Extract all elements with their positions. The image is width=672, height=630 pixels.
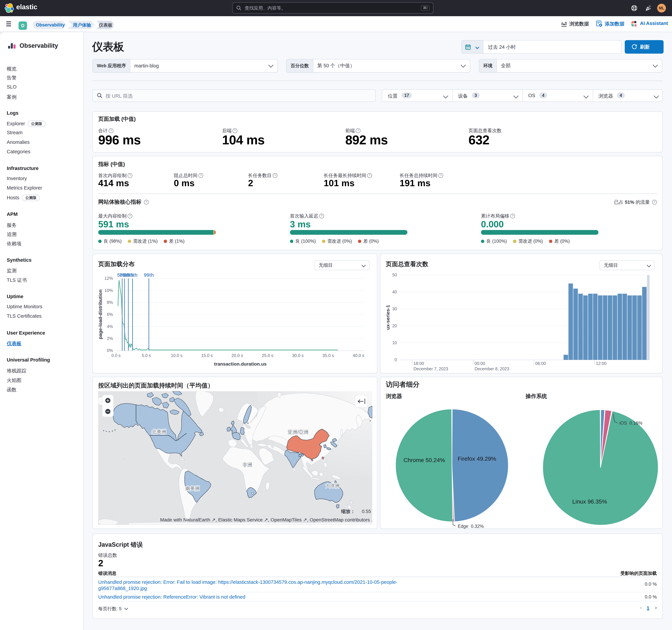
svg-text:大洋洲: 大洋洲 <box>326 483 339 488</box>
svg-text:亚洲/亞洲: 亚洲/亞洲 <box>288 429 309 435</box>
svg-text:Linux 96.35%: Linux 96.35% <box>572 498 607 505</box>
svg-text:18:00: 18:00 <box>413 361 424 366</box>
svg-text:非洲: 非洲 <box>242 462 252 468</box>
svg-text:30.0 s: 30.0 s <box>292 353 304 358</box>
svg-text:20.0 s: 20.0 s <box>232 353 243 358</box>
svg-text:December 8, 2023: December 8, 2023 <box>475 367 509 371</box>
svg-text:6%: 6% <box>107 312 113 317</box>
svg-text:Edge 0.32%: Edge 0.32% <box>458 524 484 529</box>
svg-text:0: 0 <box>394 357 397 362</box>
svg-text:00:00: 00:00 <box>475 361 485 366</box>
svg-text:4%: 4% <box>107 324 113 329</box>
svg-text:95th: 95th <box>127 273 138 278</box>
svg-text:0%: 0% <box>107 348 113 353</box>
svg-text:缩放：: 缩放： <box>341 509 355 514</box>
svg-text:5.0 s: 5.0 s <box>142 353 151 358</box>
svg-text:December 7, 2023: December 7, 2023 <box>413 367 448 371</box>
svg-text:30: 30 <box>392 306 397 311</box>
svg-text:用户体验: 用户体验 <box>73 23 91 28</box>
svg-text:仪表板: 仪表板 <box>99 23 113 28</box>
svg-text:40: 40 <box>392 289 397 294</box>
svg-text:Made with NaturalEarth ↗, Elas: Made with NaturalEarth ↗, Elastic Maps S… <box>160 517 372 523</box>
svg-text:35.0 s: 35.0 s <box>322 353 334 358</box>
svg-text:12:00: 12:00 <box>596 361 606 366</box>
svg-text:Observability: Observability <box>36 22 65 27</box>
svg-text:0.55: 0.55 <box>362 509 371 514</box>
svg-text:40.0 s: 40.0 s <box>353 353 364 358</box>
svg-text:page-load-distribution: page-load-distribution <box>98 289 103 339</box>
svg-text:10%: 10% <box>104 288 113 293</box>
svg-text:15.0 s: 15.0 s <box>201 353 213 358</box>
svg-text:06:00: 06:00 <box>535 361 546 366</box>
svg-text:25.0 s: 25.0 s <box>262 353 273 358</box>
svg-text:10: 10 <box>392 340 397 345</box>
svg-text:Firefox 49.29%: Firefox 49.29% <box>458 455 496 462</box>
svg-text:北美洲: 北美洲 <box>152 429 166 434</box>
svg-text:Chrome 50.24%: Chrome 50.24% <box>404 457 445 463</box>
svg-text:南美洲: 南美洲 <box>185 486 199 491</box>
svg-text:ux-series-1: ux-series-1 <box>386 305 390 330</box>
svg-text:12%: 12% <box>104 276 113 281</box>
svg-text:20: 20 <box>392 323 397 328</box>
svg-text:99th: 99th <box>144 273 154 278</box>
svg-text:iOS 0.16%: iOS 0.16% <box>619 421 643 426</box>
svg-text:8%: 8% <box>107 300 113 305</box>
svg-text:50: 50 <box>392 273 397 277</box>
svg-text:10.0 s: 10.0 s <box>171 353 183 358</box>
svg-text:2%: 2% <box>107 336 113 341</box>
svg-text:transaction.duration.us: transaction.duration.us <box>214 361 266 367</box>
svg-text:0.0 s: 0.0 s <box>112 353 120 358</box>
